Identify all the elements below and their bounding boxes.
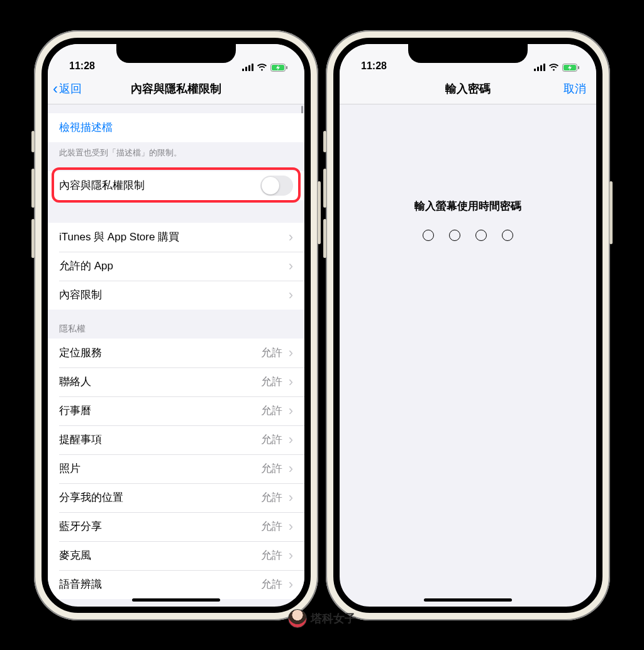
svg-rect-2 bbox=[248, 65, 250, 72]
itunes-appstore-row[interactable]: iTunes 與 App Store 購買 › bbox=[48, 223, 304, 252]
bluetooth-sharing-row[interactable]: 藍牙分享 允許› bbox=[48, 512, 304, 541]
row-label: 提醒事項 bbox=[59, 432, 102, 447]
chevron-right-icon: › bbox=[289, 462, 293, 476]
passcode-dot bbox=[449, 230, 460, 241]
nav-title: 輸入密碼 bbox=[445, 81, 491, 96]
back-label: 返回 bbox=[59, 81, 82, 96]
svg-rect-1 bbox=[245, 67, 247, 71]
home-indicator[interactable] bbox=[132, 598, 220, 602]
settings-content[interactable]: 檢視描述檔 此裝置也受到「描述檔」的限制。 內容與隱私權限制 iTunes 與 … bbox=[48, 104, 304, 607]
passcode-dot bbox=[502, 230, 513, 241]
row-value: 允許 bbox=[261, 374, 282, 389]
watermark-avatar-icon bbox=[288, 609, 307, 628]
content-restrictions-row[interactable]: 內容限制 › bbox=[48, 281, 304, 310]
passcode-dot bbox=[475, 230, 487, 241]
chevron-left-icon: ‹ bbox=[53, 81, 58, 96]
passcode-dots bbox=[340, 230, 596, 241]
status-time: 11:28 bbox=[69, 60, 95, 72]
passcode-dot bbox=[423, 230, 434, 241]
row-value: 允許 bbox=[261, 519, 282, 534]
notch bbox=[408, 43, 528, 63]
back-button[interactable]: ‹ 返回 bbox=[53, 74, 82, 104]
chevron-right-icon: › bbox=[289, 375, 293, 389]
svg-rect-13 bbox=[578, 66, 579, 69]
allowed-apps-row[interactable]: 允許的 App › bbox=[48, 252, 304, 281]
passcode-content: 輸入螢幕使用時間密碼 bbox=[340, 104, 596, 607]
row-label: 聯絡人 bbox=[59, 374, 91, 389]
chevron-right-icon: › bbox=[289, 346, 293, 360]
battery-charging-icon bbox=[562, 64, 580, 72]
row-value: 允許 bbox=[261, 577, 282, 591]
row-value: 允許 bbox=[261, 345, 282, 360]
screen-left: 11:28 ‹ 返回 內容與隱私 bbox=[42, 38, 311, 613]
content-privacy-toggle-label: 內容與隱私權限制 bbox=[59, 178, 145, 193]
view-profiles-row[interactable]: 檢視描述檔 bbox=[48, 113, 304, 142]
iphone-frame-right: 11:28 輸入密碼 取消 bbox=[326, 30, 610, 620]
location-services-row[interactable]: 定位服務 允許› bbox=[48, 339, 304, 367]
reminders-row[interactable]: 提醒事項 允許› bbox=[48, 425, 304, 454]
chevron-right-icon: › bbox=[289, 578, 293, 591]
nav-bar: 輸入密碼 取消 bbox=[340, 74, 596, 104]
chevron-right-icon: › bbox=[289, 433, 293, 447]
cellular-signal-icon bbox=[534, 64, 545, 71]
row-label: iTunes 與 App Store 購買 bbox=[59, 230, 179, 244]
wifi-icon bbox=[548, 64, 559, 71]
content-privacy-toggle-row[interactable]: 內容與隱私權限制 bbox=[48, 171, 304, 200]
row-label: 照片 bbox=[59, 461, 80, 476]
nav-title: 內容與隱私權限制 bbox=[131, 81, 221, 96]
passcode-prompt: 輸入螢幕使用時間密碼 bbox=[340, 199, 596, 213]
svg-rect-6 bbox=[286, 66, 287, 69]
watermark: 塔科女子 bbox=[288, 609, 356, 628]
wifi-icon bbox=[257, 64, 267, 71]
row-value: 允許 bbox=[261, 403, 282, 418]
row-label: 允許的 App bbox=[59, 259, 113, 273]
row-label: 藍牙分享 bbox=[59, 519, 102, 534]
svg-rect-10 bbox=[543, 64, 545, 71]
screen-right: 11:28 輸入密碼 取消 bbox=[333, 38, 602, 613]
row-label: 麥克風 bbox=[59, 548, 91, 563]
row-value: 允許 bbox=[261, 461, 282, 476]
row-label: 定位服務 bbox=[59, 345, 102, 360]
row-value: 允許 bbox=[261, 490, 282, 505]
chevron-right-icon: › bbox=[289, 404, 293, 418]
profile-footer-text: 此裝置也受到「描述檔」的限制。 bbox=[48, 142, 304, 162]
row-label: 行事曆 bbox=[59, 403, 91, 418]
cancel-label: 取消 bbox=[564, 81, 586, 96]
speech-recognition-row[interactable]: 語音辨識 允許› bbox=[48, 570, 304, 599]
svg-rect-3 bbox=[252, 64, 253, 71]
chevron-right-icon: › bbox=[289, 259, 293, 273]
view-profiles-label: 檢視描述檔 bbox=[59, 120, 113, 135]
status-time: 11:28 bbox=[361, 60, 387, 72]
home-indicator[interactable] bbox=[424, 598, 512, 602]
svg-rect-8 bbox=[537, 67, 539, 71]
nav-bar: ‹ 返回 內容與隱私權限制 bbox=[48, 74, 304, 104]
chevron-right-icon: › bbox=[289, 491, 293, 505]
cancel-button[interactable]: 取消 bbox=[564, 74, 586, 104]
chevron-right-icon: › bbox=[289, 230, 293, 244]
chevron-right-icon: › bbox=[289, 549, 293, 563]
row-label: 分享我的位置 bbox=[59, 490, 123, 505]
row-label: 內容限制 bbox=[59, 288, 102, 302]
microphone-row[interactable]: 麥克風 允許› bbox=[48, 541, 304, 570]
contacts-row[interactable]: 聯絡人 允許› bbox=[48, 367, 304, 396]
svg-rect-9 bbox=[540, 65, 542, 72]
row-value: 允許 bbox=[261, 432, 282, 447]
iphone-frame-left: 11:28 ‹ 返回 內容與隱私 bbox=[34, 30, 318, 620]
content-privacy-toggle[interactable] bbox=[260, 176, 293, 196]
notch bbox=[116, 43, 236, 63]
row-value: 允許 bbox=[261, 548, 282, 563]
svg-rect-0 bbox=[242, 69, 244, 71]
share-my-location-row[interactable]: 分享我的位置 允許› bbox=[48, 483, 304, 512]
calendars-row[interactable]: 行事曆 允許› bbox=[48, 396, 304, 425]
photos-row[interactable]: 照片 允許› bbox=[48, 454, 304, 483]
battery-charging-icon bbox=[270, 64, 288, 72]
chevron-right-icon: › bbox=[289, 520, 293, 534]
watermark-text: 塔科女子 bbox=[311, 611, 356, 626]
svg-rect-7 bbox=[534, 69, 536, 71]
privacy-section-header: 隱私權 bbox=[48, 318, 304, 339]
chevron-right-icon: › bbox=[289, 288, 293, 302]
cellular-signal-icon bbox=[242, 64, 253, 71]
row-label: 語音辨識 bbox=[59, 577, 102, 591]
